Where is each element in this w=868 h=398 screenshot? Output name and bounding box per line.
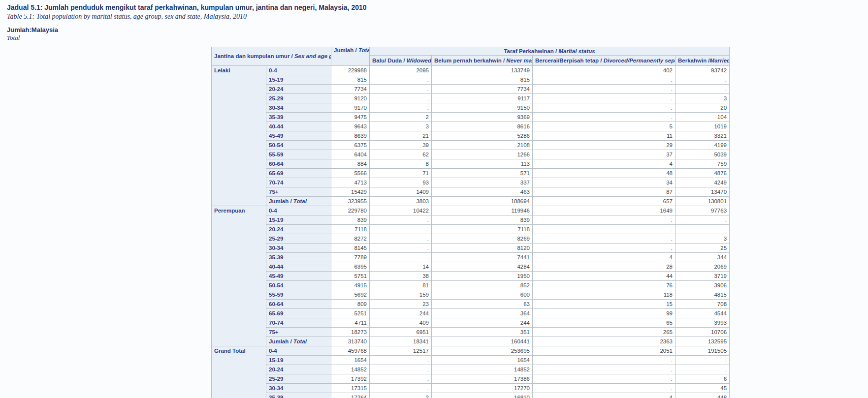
cell-married: 344 [675, 253, 730, 262]
cell-married: 708 [675, 300, 730, 309]
cell-never-married: 7441 [432, 253, 533, 262]
column-header-divorced: Bercerai/Berpisah tetap / Divorced/Perma… [533, 56, 675, 66]
cell-divorced: . [533, 225, 675, 234]
cell-widowed: 18341 [370, 337, 432, 346]
cell-married: 3719 [675, 272, 730, 281]
header-text-malay: Belum pernah berkahwin / [434, 58, 506, 63]
cell-married: 97763 [675, 206, 730, 215]
cell-widowed: 81 [370, 281, 432, 290]
cell-widowed: 93 [370, 178, 432, 187]
table-row: 70-744711409244653993 [212, 318, 730, 328]
age-group-label: 75+ [266, 328, 331, 337]
cell-total: 9120 [331, 94, 370, 103]
age-group-label: Jumlah / Total [266, 337, 331, 346]
cell-divorced: 37 [533, 150, 675, 159]
cell-widowed: 10422 [370, 206, 432, 215]
cell-divorced: 402 [533, 66, 675, 75]
cell-married: 448 [675, 393, 730, 398]
cell-total: 809 [331, 300, 370, 309]
cell-widowed: . [370, 384, 432, 393]
cell-widowed: . [370, 215, 432, 225]
cell-divorced: . [533, 75, 675, 85]
header-text-malay: Berkahwin / [678, 58, 710, 63]
cell-divorced: 34 [533, 178, 675, 187]
report-subtitles: Jumlah:Malaysia Total [7, 26, 58, 41]
cell-married: . [675, 85, 730, 94]
cell-never-married: 2108 [432, 141, 533, 150]
report-titles: Jadual 5.1: Jumlah penduduk mengikut tar… [7, 3, 367, 20]
cell-widowed: 39 [370, 141, 432, 150]
cell-widowed: 1409 [370, 187, 432, 197]
table-body: Lelaki0-422998820951337494029374215-1981… [212, 66, 730, 398]
age-group-label: 20-24 [266, 85, 331, 94]
table-row: Jumlah / Total31374018341160441236313259… [212, 337, 730, 346]
cell-total: 7789 [331, 253, 370, 262]
cell-widowed: 14 [370, 262, 432, 272]
cell-divorced: 2051 [533, 346, 675, 356]
table-row: 20-247734.7734.. [212, 85, 730, 94]
cell-total: 15429 [331, 187, 370, 197]
cell-total: 5251 [331, 309, 370, 318]
report-title-malay: Jadual 5.1: Jumlah penduduk mengikut tar… [7, 3, 367, 11]
header-text-english: Sex and age group [294, 53, 331, 59]
cell-widowed: . [370, 253, 432, 262]
cell-widowed: . [370, 356, 432, 365]
column-header-never-married: Belum pernah berkahwin / Never married [432, 56, 533, 66]
cell-married: 5039 [675, 150, 730, 159]
cell-divorced: 65 [533, 318, 675, 328]
table-row: 15-191654.1654.. [212, 356, 730, 365]
report-subtitle-malay: Jumlah:Malaysia [7, 26, 58, 33]
cell-divorced: 29 [533, 141, 675, 150]
table-row: 35-39172642168104448 [212, 393, 730, 398]
report-title-english: Table 5.1: Total population by marital s… [7, 13, 367, 20]
age-group-label: 30-34 [266, 244, 331, 253]
cell-divorced: . [533, 103, 675, 113]
header-text-malay: Balu/ Duda / [372, 58, 407, 63]
table-row: 65-69556671571484876 [212, 169, 730, 178]
header-text-malay: Jumlah / [334, 47, 358, 53]
age-group-label: 55-59 [266, 290, 331, 300]
age-group-label: 40-44 [266, 262, 331, 272]
cell-divorced: 87 [533, 187, 675, 197]
cell-divorced: 4 [533, 253, 675, 262]
cell-married: . [675, 356, 730, 365]
row-label-malay: Jumlah / [269, 198, 293, 204]
age-group-label: 75+ [266, 187, 331, 197]
cell-divorced: 99 [533, 309, 675, 318]
cell-divorced: 4 [533, 393, 675, 398]
cell-widowed: 71 [370, 169, 432, 178]
cell-total: 4711 [331, 318, 370, 328]
age-group-label: 55-59 [266, 150, 331, 159]
cell-never-married: 16810 [432, 393, 533, 398]
cell-married: 2069 [675, 262, 730, 272]
table-row: 25-298272.8269.3 [212, 234, 730, 244]
table-row: Jumlah / Total3239553803188694657130801 [212, 197, 730, 206]
cell-total: 17392 [331, 374, 370, 384]
cell-married: . [675, 215, 730, 225]
cell-total: 313740 [331, 337, 370, 346]
cell-widowed: . [370, 374, 432, 384]
cell-widowed: . [370, 225, 432, 234]
cell-never-married: 119946 [432, 206, 533, 215]
age-group-label: 30-34 [266, 384, 331, 393]
age-group-label: 0-4 [266, 206, 331, 215]
cell-divorced: . [533, 374, 675, 384]
cell-widowed: 8 [370, 159, 432, 169]
cell-divorced: . [533, 215, 675, 225]
header-text-english: Married [710, 58, 730, 63]
cell-total: 6375 [331, 141, 370, 150]
cell-total: 6395 [331, 262, 370, 272]
age-group-label: 35-39 [266, 113, 331, 122]
cell-married: 6 [675, 374, 730, 384]
table-row: 20-2414852.14852.. [212, 365, 730, 374]
cell-never-married: 463 [432, 187, 533, 197]
table-header: Jantina dan kumpulan umur / Sex and age … [212, 47, 730, 66]
cell-total: 9643 [331, 122, 370, 131]
cell-never-married: 1654 [432, 356, 533, 365]
cell-married: 13470 [675, 187, 730, 197]
cell-married: . [675, 225, 730, 234]
cell-widowed: 23 [370, 300, 432, 309]
cell-divorced: 2363 [533, 337, 675, 346]
table-row: 75+1542914094638713470 [212, 187, 730, 197]
cell-divorced: . [533, 85, 675, 94]
